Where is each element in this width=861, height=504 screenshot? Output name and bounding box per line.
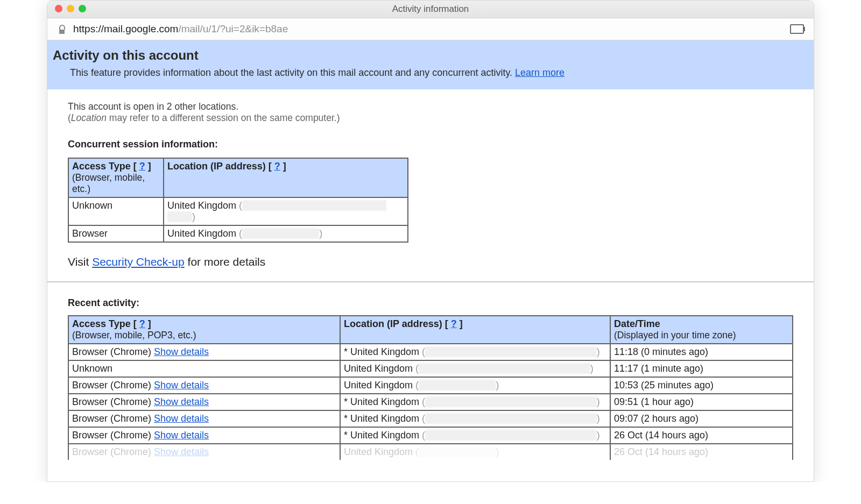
- table-row: Browser (Chrome) Show details* United Ki…: [68, 394, 793, 410]
- location-help-link[interactable]: ?: [274, 161, 280, 172]
- location-help-link[interactable]: ?: [451, 318, 457, 329]
- cell-date-time: 26 Oct (14 hours ago): [610, 427, 793, 444]
- cell-access-type: Unknown: [68, 360, 340, 377]
- cell-access-type: Browser (Chrome) Show details: [68, 427, 340, 444]
- recent-title: Recent activity:: [68, 297, 793, 309]
- cell-date-time: 26 Oct (14 hours ago): [610, 444, 793, 460]
- cell-location: * United Kingdom ((000) 000" -000-0 0-00…: [340, 394, 610, 410]
- cell-access-type: Browser (Chrome) Show details: [68, 344, 340, 360]
- cell-access-type: Browser: [68, 225, 164, 242]
- cell-location: United Kingdom ((000) 000" -000-0 0-00 -…: [164, 197, 408, 225]
- show-details-link[interactable]: Show details: [154, 430, 209, 441]
- fade-overlay: [47, 460, 814, 481]
- table-header-row: Access Type [ ? ] (Browser, mobile, etc.…: [68, 158, 408, 197]
- cell-location: * United Kingdom ((000) 000" -000-0 0-00…: [340, 427, 610, 444]
- show-details-link[interactable]: Show details: [154, 346, 209, 357]
- show-details-link[interactable]: Show details: [154, 380, 209, 391]
- table-row: Browser (Chrome) Show details* United Ki…: [68, 410, 793, 427]
- url-path: /mail/u/1/?ui=2&ik=b8ae: [178, 23, 288, 34]
- cell-date-time: 10:53 (25 minutes ago): [610, 377, 793, 394]
- close-icon[interactable]: [55, 5, 62, 12]
- cell-location: United Kingdom (00 . 00 . 000 . 00): [340, 377, 610, 394]
- window-controls: [55, 5, 86, 12]
- minimize-icon[interactable]: [67, 5, 74, 12]
- access-type-help-link[interactable]: ?: [139, 318, 145, 329]
- window: Activity information https://mail.google…: [47, 0, 814, 482]
- table-row: UnknownUnited Kingdom ((000) 000" -000-0…: [68, 197, 408, 225]
- concurrent-sessions-table: Access Type [ ? ] (Browser, mobile, etc.…: [68, 158, 408, 243]
- cell-access-type: Unknown: [68, 197, 164, 225]
- address-bar: https://mail.google.com/mail/u/1/?ui=2&i…: [47, 18, 814, 40]
- maximize-icon[interactable]: [79, 5, 86, 12]
- cell-date-time: 09:07 (2 hours ago): [610, 410, 793, 427]
- table-row: Browser (Chrome) Show details* United Ki…: [68, 427, 793, 444]
- lock-icon: [57, 24, 67, 34]
- th-location: Location (IP address) [ ? ]: [340, 316, 610, 344]
- th-date-time: Date/Time (Displayed in your time zone): [610, 316, 793, 344]
- cell-location: * United Kingdom ((000) 000" -000-0 0-00…: [340, 410, 610, 427]
- table-row: BrowserUnited Kingdom (00 . 00 . 000 . 0…: [68, 225, 408, 242]
- cell-date-time: 09:51 (1 hour ago): [610, 394, 793, 410]
- show-details-link[interactable]: Show details: [154, 446, 209, 457]
- cell-location: United Kingdom (00 . 00 . 000 . 00): [340, 444, 610, 460]
- table-row: Browser (Chrome) Show details* United Ki…: [68, 344, 793, 360]
- table-row: Browser (Chrome) Show detailsUnited King…: [68, 444, 793, 460]
- th-location: Location (IP address) [ ? ]: [164, 158, 408, 197]
- cell-access-type: Browser (Chrome) Show details: [68, 444, 340, 460]
- learn-more-link[interactable]: Learn more: [515, 67, 564, 78]
- url[interactable]: https://mail.google.com/mail/u/1/?ui=2&i…: [73, 23, 288, 35]
- cell-date-time: 11:17 (1 minute ago): [610, 360, 793, 377]
- cell-access-type: Browser (Chrome) Show details: [68, 410, 340, 427]
- th-access-type: Access Type [ ? ] (Browser, mobile, etc.…: [68, 158, 164, 197]
- titlebar: Activity information: [47, 1, 814, 18]
- security-checkup-line: Visit Security Check-up for more details: [68, 255, 793, 268]
- access-type-help-link[interactable]: ?: [139, 161, 145, 172]
- cell-access-type: Browser (Chrome) Show details: [68, 394, 340, 410]
- window-title: Activity information: [392, 4, 469, 15]
- url-domain: https://mail.google.com: [73, 23, 178, 34]
- responsive-icon[interactable]: [790, 24, 804, 34]
- table-row: UnknownUnited Kingdom ((000) 000" -000-0…: [68, 360, 793, 377]
- page-title: Activity on this account: [53, 48, 808, 63]
- cell-location: United Kingdom ((000) 000" -000-0 0-00 -…: [340, 360, 610, 377]
- cell-location: United Kingdom (00 . 00 . 000 . 00): [164, 225, 408, 242]
- concurrent-title: Concurrent session information:: [68, 139, 793, 150]
- banner: Activity on this account This feature pr…: [47, 40, 814, 89]
- open-locations-text: This account is open in 2 other location…: [68, 101, 793, 124]
- divider: [47, 281, 814, 282]
- show-details-link[interactable]: Show details: [154, 413, 209, 424]
- table-row: Browser (Chrome) Show detailsUnited King…: [68, 377, 793, 394]
- recent-activity-table: Access Type [ ? ] (Browser, mobile, POP3…: [68, 315, 793, 460]
- table-header-row: Access Type [ ? ] (Browser, mobile, POP3…: [68, 316, 793, 344]
- cell-date-time: 11:18 (0 minutes ago): [610, 344, 793, 360]
- cell-access-type: Browser (Chrome) Show details: [68, 377, 340, 394]
- cell-location: * United Kingdom ((000) 000" -000-0 0-00…: [340, 344, 610, 360]
- show-details-link[interactable]: Show details: [154, 396, 209, 407]
- banner-subtext: This feature provides information about …: [70, 67, 808, 79]
- th-access-type: Access Type [ ? ] (Browser, mobile, POP3…: [68, 316, 340, 344]
- security-checkup-link[interactable]: Security Check-up: [92, 255, 185, 268]
